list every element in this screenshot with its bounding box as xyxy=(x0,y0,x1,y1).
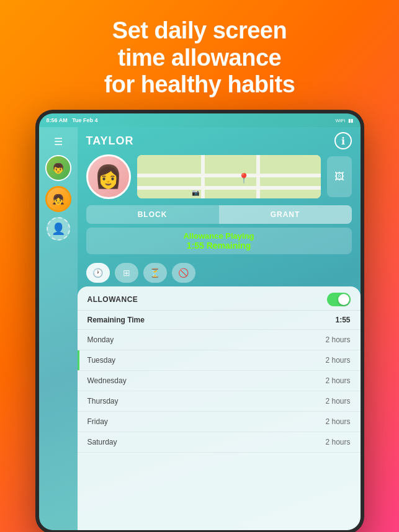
toggle-knob xyxy=(338,294,349,305)
status-time: 8:56 AM Tue Feb 4 xyxy=(47,117,98,123)
status-icons: WiFi ▮▮ xyxy=(336,118,353,123)
menu-icon[interactable]: ☰ xyxy=(52,133,65,150)
day-hours-label: 2 hours xyxy=(325,438,350,446)
day-name-label: Saturday xyxy=(87,438,117,446)
blocked-icon: 🚫 xyxy=(178,268,189,278)
avatar-child-1[interactable]: 👦 xyxy=(45,155,71,181)
block-tab[interactable]: BLOCK xyxy=(86,205,219,224)
device-screen: 8:56 AM Tue Feb 4 WiFi ▮▮ ☰ 👦 👧 xyxy=(39,113,361,530)
device-frame: 8:56 AM Tue Feb 4 WiFi ▮▮ ☰ 👦 👧 xyxy=(35,110,364,532)
battery-icon: ▮▮ xyxy=(348,118,353,123)
sidebar: ☰ 👦 👧 👤 xyxy=(39,127,78,530)
day-row-friday[interactable]: Friday 2 hours xyxy=(78,412,361,432)
remaining-label-text: Remaining Time xyxy=(87,316,145,324)
profile-face-icon: 👩 xyxy=(94,164,122,190)
clock-icon: 🕐 xyxy=(92,268,103,278)
map-road-horizontal-2 xyxy=(137,186,321,190)
day-row-monday[interactable]: Monday 2 hours xyxy=(78,330,361,350)
allowance-playing-text: Allowance Playing xyxy=(95,231,343,241)
allowance-list-area: ALLOWANCE Remaining Time 1:55 Monday 2 h… xyxy=(78,286,361,530)
map-container[interactable]: 📍 📷 xyxy=(137,155,321,198)
app-header: TAYLOR ℹ xyxy=(78,127,361,154)
clock-tab-button[interactable]: 🕐 xyxy=(86,263,110,283)
blocked-tab-button[interactable]: 🚫 xyxy=(172,263,195,283)
apps-tab-button[interactable]: ⊞ xyxy=(115,263,138,283)
person-add-icon: 👤 xyxy=(52,222,65,236)
profile-photo: 👩 xyxy=(86,154,131,199)
days-list: Monday 2 hours Tuesday 2 hours Wednesday… xyxy=(78,330,361,453)
day-hours-label: 2 hours xyxy=(325,376,350,385)
photo-placeholder-button[interactable]: 🖼 xyxy=(327,156,352,197)
headline: Set daily screen time allowance for heal… xyxy=(79,0,320,110)
map-location-pin: 📍 xyxy=(238,172,250,184)
day-name-label: Tuesday xyxy=(87,356,116,365)
map-landmark-icon: 📷 xyxy=(192,189,199,196)
wifi-icon: WiFi xyxy=(336,118,346,123)
allowance-header-row: ALLOWANCE xyxy=(78,286,361,311)
map-background: 📍 📷 xyxy=(137,155,321,198)
add-child-button[interactable]: 👤 xyxy=(47,217,70,241)
allowance-status-bar: Allowance Playing 1:55 Remaining xyxy=(86,228,352,254)
app-content: ☰ 👦 👧 👤 TAYLOR xyxy=(39,127,361,530)
allowance-toggle[interactable] xyxy=(327,293,351,306)
hourglass-tab-button[interactable]: ⏳ xyxy=(143,263,167,283)
day-hours-label: 2 hours xyxy=(325,335,350,344)
map-road-vertical xyxy=(201,155,205,198)
apps-grid-icon: ⊞ xyxy=(123,268,130,278)
day-name-label: Thursday xyxy=(87,397,119,406)
day-name-label: Friday xyxy=(87,417,108,426)
remaining-value-text: 1:55 xyxy=(335,316,350,324)
day-row-wednesday[interactable]: Wednesday 2 hours xyxy=(78,371,361,391)
nav-icons-row: 🕐 ⊞ ⏳ 🚫 xyxy=(78,259,361,286)
day-hours-label: 2 hours xyxy=(325,397,350,406)
avatar-child-2-active[interactable]: 👧 xyxy=(45,186,71,212)
child-name-label: TAYLOR xyxy=(86,135,134,148)
main-content: TAYLOR ℹ 👩 📍 � xyxy=(78,127,361,530)
day-row-saturday[interactable]: Saturday 2 hours xyxy=(78,432,361,453)
day-hours-label: 2 hours xyxy=(325,356,350,365)
day-name-label: Monday xyxy=(87,335,114,344)
day-row-thursday[interactable]: Thursday 2 hours xyxy=(78,391,361,412)
status-bar: 8:56 AM Tue Feb 4 WiFi ▮▮ xyxy=(39,113,361,127)
profile-map-area: 👩 📍 📷 🖼 xyxy=(78,154,361,205)
day-name-label: Wednesday xyxy=(87,376,127,385)
remaining-time-row: Remaining Time 1:55 xyxy=(78,311,361,330)
hourglass-icon: ⏳ xyxy=(150,268,160,278)
info-icon[interactable]: ℹ xyxy=(334,132,352,149)
grant-tab[interactable]: GRANT xyxy=(219,205,352,224)
map-road-horizontal xyxy=(137,174,321,177)
block-grant-tabs: BLOCK GRANT xyxy=(86,205,352,224)
remaining-time-text: 1:55 Remaining xyxy=(95,241,343,250)
map-road-vertical-2 xyxy=(256,155,260,198)
allowance-section-label: ALLOWANCE xyxy=(87,295,138,304)
day-hours-label: 2 hours xyxy=(325,417,350,426)
day-row-tuesday[interactable]: Tuesday 2 hours xyxy=(78,350,361,371)
image-icon: 🖼 xyxy=(334,171,344,182)
